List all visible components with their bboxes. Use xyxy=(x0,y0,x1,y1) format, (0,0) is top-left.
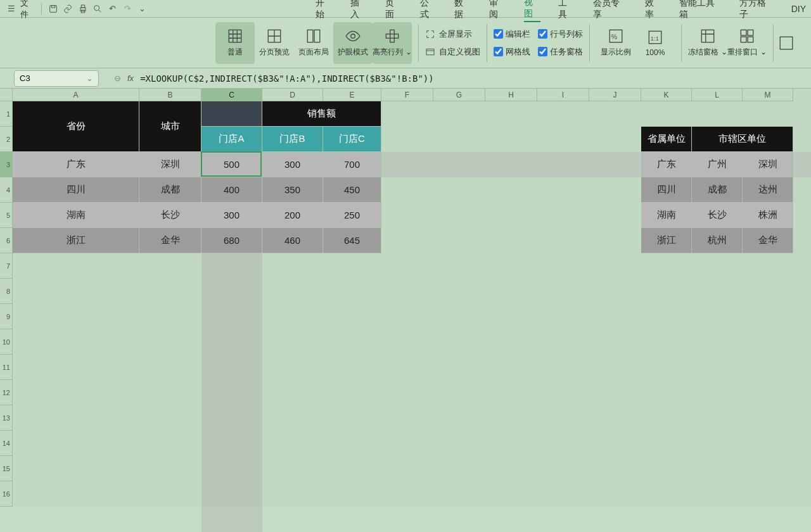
view-pagebreak-button[interactable]: 分页预览 xyxy=(255,22,294,64)
row-header-12[interactable]: 12 xyxy=(0,380,13,405)
col-header-A[interactable]: A xyxy=(13,89,139,101)
view-eyecare-button[interactable]: 护眼模式 xyxy=(333,22,373,64)
menu-data[interactable]: 数据 xyxy=(454,0,471,22)
row-header-3[interactable]: 3 xyxy=(0,152,13,177)
col-header-J[interactable]: J xyxy=(589,89,641,101)
formula-input[interactable] xyxy=(140,73,748,84)
row-header-8[interactable]: 8 xyxy=(0,279,13,304)
menu-member[interactable]: 会员专享 xyxy=(593,0,627,22)
check-gridlines[interactable]: 网格线 xyxy=(494,46,530,58)
cell-C1[interactable] xyxy=(201,101,262,127)
col-header-I[interactable]: I xyxy=(537,89,589,101)
cell-K2[interactable]: 省属单位 xyxy=(641,127,692,152)
cell-K6[interactable]: 浙江 xyxy=(641,228,692,253)
menu-review[interactable]: 审阅 xyxy=(489,0,506,22)
cell-A3[interactable]: 广东 xyxy=(13,152,139,177)
menu-view[interactable]: 视图 xyxy=(524,0,541,22)
cell-A6[interactable]: 浙江 xyxy=(13,228,139,253)
row-header-11[interactable]: 11 xyxy=(0,355,13,380)
save-icon[interactable] xyxy=(47,3,60,15)
view-highlight-button[interactable]: 高亮行列 ⌄ xyxy=(373,22,412,64)
cell-D1[interactable]: 销售额 xyxy=(262,101,381,127)
menu-start[interactable]: 开始 xyxy=(316,0,333,22)
zoom-100-button[interactable]: 1:1 100% xyxy=(635,22,675,64)
check-taskpane[interactable]: 任务窗格 xyxy=(538,46,583,58)
cell-L5[interactable]: 长沙 xyxy=(692,203,743,228)
menu-formula[interactable]: 公式 xyxy=(420,0,437,22)
row-header-7[interactable]: 7 xyxy=(0,253,13,279)
col-header-F[interactable]: F xyxy=(381,89,433,101)
arrange-windows-button[interactable]: 重排窗口 ⌄ xyxy=(727,22,767,64)
cell-C3[interactable]: 500 xyxy=(201,152,262,177)
menu-smarttools[interactable]: 智能工具箱 xyxy=(679,0,722,22)
row-header-15[interactable]: 15 xyxy=(0,456,13,481)
row-header-5[interactable]: 5 xyxy=(0,203,13,228)
link-icon[interactable] xyxy=(61,3,74,15)
cell-L6[interactable]: 杭州 xyxy=(692,228,743,253)
dropdown-icon[interactable]: ⌄ xyxy=(136,3,149,15)
print-preview-icon[interactable] xyxy=(91,3,104,15)
customview-button[interactable]: 自定义视图 xyxy=(425,46,480,58)
row-header-6[interactable]: 6 xyxy=(0,228,13,253)
cell-M6[interactable]: 金华 xyxy=(743,228,793,253)
cell-B6[interactable]: 金华 xyxy=(139,228,201,253)
cell-K3[interactable]: 广东 xyxy=(641,152,692,177)
cell-D2[interactable]: 门店B xyxy=(262,127,323,152)
cell-B5[interactable]: 长沙 xyxy=(139,203,201,228)
fx-icon[interactable]: fx xyxy=(127,73,134,83)
cell-C6[interactable]: 680 xyxy=(201,228,262,253)
col-header-B[interactable]: B xyxy=(139,89,201,101)
cell-C2[interactable]: 门店A xyxy=(201,127,262,152)
col-header-H[interactable]: H xyxy=(485,89,537,101)
menu-efficiency[interactable]: 效率 xyxy=(645,0,662,22)
cell-L2[interactable]: 市辖区单位 xyxy=(692,127,793,152)
cell-D4[interactable]: 350 xyxy=(262,177,323,203)
cell-C5[interactable]: 300 xyxy=(201,203,262,228)
row-header-14[interactable]: 14 xyxy=(0,431,13,456)
select-all-corner[interactable] xyxy=(0,89,13,101)
cell-D5[interactable]: 200 xyxy=(262,203,323,228)
menu-tools[interactable]: 工具 xyxy=(558,0,575,22)
fullscreen-button[interactable]: 全屏显示 xyxy=(425,28,480,40)
freeze-panes-button[interactable]: 冻结窗格 ⌄ xyxy=(688,22,727,64)
check-editbar[interactable]: 编辑栏 xyxy=(494,28,530,40)
cell-B1[interactable]: 城市 xyxy=(139,101,201,152)
row-header-2[interactable]: 2 xyxy=(0,127,13,152)
col-header-K[interactable]: K xyxy=(641,89,692,101)
cell-K4[interactable]: 四川 xyxy=(641,177,692,203)
cell-A5[interactable]: 湖南 xyxy=(13,203,139,228)
undo-icon[interactable]: ↶ xyxy=(106,3,119,15)
cell-L4[interactable]: 成都 xyxy=(692,177,743,203)
col-header-M[interactable]: M xyxy=(743,89,793,101)
zoom-button[interactable]: % 显示比例 xyxy=(596,22,635,64)
col-header-E[interactable]: E xyxy=(323,89,381,101)
spreadsheet-grid[interactable]: ABCDEFGHIJKLM 12345678910111213141516 省份… xyxy=(0,89,811,507)
menu-insert[interactable]: 插入 xyxy=(350,0,367,22)
cell-C4[interactable]: 400 xyxy=(201,177,262,203)
cell-E5[interactable]: 250 xyxy=(323,203,381,228)
check-rowcolhdr[interactable]: 行号列标 xyxy=(538,28,583,40)
cell-M3[interactable]: 深圳 xyxy=(743,152,793,177)
cell-D6[interactable]: 460 xyxy=(262,228,323,253)
cell-K5[interactable]: 湖南 xyxy=(641,203,692,228)
cell-D3[interactable]: 300 xyxy=(262,152,323,177)
row-header-4[interactable]: 4 xyxy=(0,177,13,203)
cell-B4[interactable]: 成都 xyxy=(139,177,201,203)
cell-E6[interactable]: 645 xyxy=(323,228,381,253)
cell-A4[interactable]: 四川 xyxy=(13,177,139,203)
view-pagelayout-button[interactable]: 页面布局 xyxy=(294,22,333,64)
col-header-C[interactable]: C xyxy=(201,89,262,101)
menu-diy[interactable]: DIY xyxy=(791,3,806,15)
view-normal-button[interactable]: 普通 xyxy=(215,22,255,64)
row-header-13[interactable]: 13 xyxy=(0,405,13,431)
row-header-9[interactable]: 9 xyxy=(0,304,13,329)
cell-E2[interactable]: 门店C xyxy=(323,127,381,152)
col-header-L[interactable]: L xyxy=(692,89,743,101)
menu-icon[interactable]: ☰ xyxy=(5,3,18,15)
cell-M4[interactable]: 达州 xyxy=(743,177,793,203)
more-button[interactable] xyxy=(780,22,793,64)
cancel-icon[interactable]: ⊖ xyxy=(114,73,121,83)
cell-B3[interactable]: 深圳 xyxy=(139,152,201,177)
cell-L3[interactable]: 广州 xyxy=(692,152,743,177)
row-header-10[interactable]: 10 xyxy=(0,329,13,355)
